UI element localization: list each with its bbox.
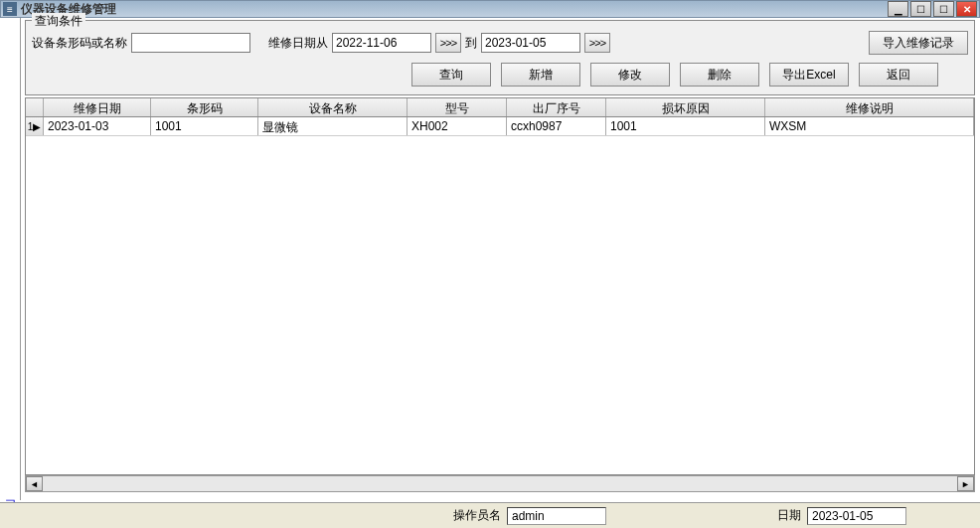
col-header-name[interactable]: 设备名称 [258, 98, 408, 116]
col-header-date[interactable]: 维修日期 [44, 98, 151, 116]
sidebar-vertical-text: 已编可印 [2, 490, 19, 498]
date-to-picker-button[interactable]: >>> [584, 33, 610, 53]
main-area: 查询条件 设备条形码或名称 维修日期从 >>> 到 >>> 导入维修记录 查询 … [20, 18, 979, 500]
col-header-serial[interactable]: 出厂序号 [507, 98, 606, 116]
row-indicator: 1▶ [26, 117, 44, 135]
grid-body[interactable]: 1▶ 2023-01-03 1001 显微镜 XH002 ccxh0987 10… [26, 117, 974, 474]
operator-value: admin [507, 507, 606, 525]
import-records-button[interactable]: 导入维修记录 [869, 31, 968, 55]
cell-model[interactable]: XH002 [408, 117, 507, 135]
cell-desc[interactable]: WXSM [765, 117, 974, 135]
query-row-2: 查询 新增 修改 删除 导出Excel 返回 [32, 63, 968, 87]
query-button[interactable]: 查询 [411, 63, 491, 87]
col-header-desc[interactable]: 维修说明 [765, 98, 974, 116]
date-from-picker-button[interactable]: >>> [435, 33, 461, 53]
barcode-label: 设备条形码或名称 [32, 35, 127, 52]
horizontal-scrollbar[interactable]: ◄ ► [25, 475, 975, 492]
col-header-reason[interactable]: 损坏原因 [606, 98, 765, 116]
date-from-input[interactable] [332, 33, 431, 53]
operator-label: 操作员名 [453, 507, 501, 524]
edit-button[interactable]: 修改 [590, 63, 670, 87]
status-date-value: 2023-01-05 [807, 507, 906, 525]
back-button[interactable]: 返回 [859, 63, 938, 87]
date-to-label: 到 [465, 35, 477, 52]
cell-date[interactable]: 2023-01-03 [44, 117, 151, 135]
scroll-right-button[interactable]: ► [957, 476, 974, 491]
cell-barcode[interactable]: 1001 [151, 117, 258, 135]
add-button[interactable]: 新增 [501, 63, 580, 87]
query-row-1: 设备条形码或名称 维修日期从 >>> 到 >>> 导入维修记录 [32, 31, 968, 55]
title-bar: ≡ 仪器设备维修管理 ▁ ☐ ☐ ✕ [0, 0, 980, 18]
query-legend: 查询条件 [32, 13, 85, 30]
status-date-label: 日期 [777, 507, 801, 524]
data-grid: 维修日期 条形码 设备名称 型号 出厂序号 损坏原因 维修说明 1▶ 2023-… [25, 97, 975, 475]
window-title: 仪器设备维修管理 [21, 1, 886, 18]
close-button[interactable]: ✕ [956, 1, 977, 17]
table-row[interactable]: 1▶ 2023-01-03 1001 显微镜 XH002 ccxh0987 10… [26, 117, 974, 136]
col-header-barcode[interactable]: 条形码 [151, 98, 258, 116]
delete-button[interactable]: 删除 [680, 63, 759, 87]
system-menu-icon[interactable]: ≡ [3, 2, 17, 16]
restore-button[interactable]: ☐ [910, 1, 931, 17]
date-from-label: 维修日期从 [268, 35, 328, 52]
barcode-input[interactable] [131, 33, 250, 53]
date-to-input[interactable] [481, 33, 580, 53]
cell-name[interactable]: 显微镜 [258, 117, 408, 135]
cell-serial[interactable]: ccxh0987 [507, 117, 606, 135]
query-panel: 查询条件 设备条形码或名称 维修日期从 >>> 到 >>> 导入维修记录 查询 … [25, 20, 975, 95]
minimize-button[interactable]: ▁ [888, 1, 908, 17]
col-header-model[interactable]: 型号 [408, 98, 507, 116]
grid-corner [26, 98, 44, 116]
scroll-track[interactable] [43, 476, 957, 491]
maximize-button[interactable]: ☐ [933, 1, 954, 17]
scroll-left-button[interactable]: ◄ [26, 476, 43, 491]
cell-reason[interactable]: 1001 [606, 117, 765, 135]
export-excel-button[interactable]: 导出Excel [769, 63, 849, 87]
grid-header: 维修日期 条形码 设备名称 型号 出厂序号 损坏原因 维修说明 [26, 98, 974, 117]
status-bar: 操作员名 admin 日期 2023-01-05 [0, 502, 980, 528]
